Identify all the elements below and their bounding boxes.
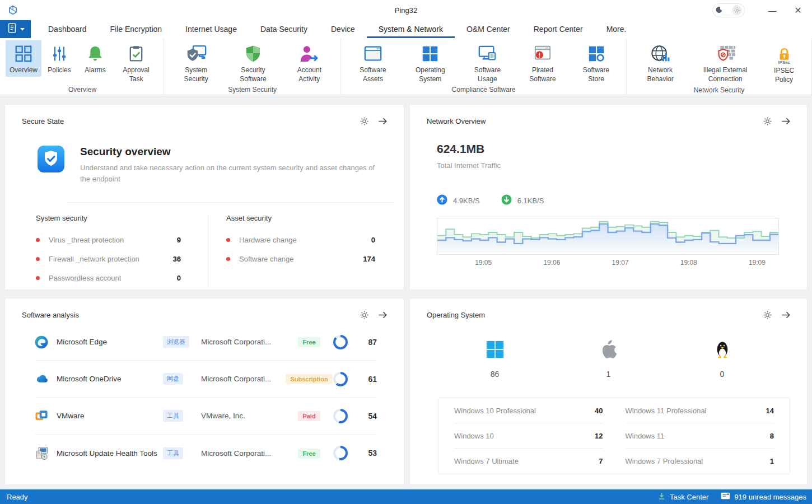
score-progress-ring: [333, 335, 348, 349]
tab-file-encryption[interactable]: File Encryption: [99, 20, 174, 38]
software-row-microsoft-edge[interactable]: Microsoft Edge浏览器Microsoft Corporati...F…: [34, 324, 377, 361]
ribbon-item-software-usage[interactable]: Software Usage: [460, 40, 515, 85]
os-table-cell-windows-10-professional: Windows 10 Professional40: [454, 398, 603, 423]
tab-system-network[interactable]: System & Network: [367, 20, 455, 38]
os-platform-apple: 1: [552, 338, 665, 379]
x-tick-label: 19:06: [543, 259, 560, 267]
ribbon-item-label: Network Behavior: [635, 66, 685, 83]
settings-gear-icon[interactable]: [360, 310, 369, 320]
software-row-microsoft-onedrive[interactable]: Microsoft OneDrive网盘Microsoft Corporati.…: [34, 361, 377, 398]
window-title: Ping32: [0, 6, 812, 15]
software-assets-window-icon: [363, 43, 382, 64]
software-name: Microsoft OneDrive: [57, 375, 163, 383]
main-menu-button[interactable]: [0, 20, 31, 38]
open-arrow-icon[interactable]: [377, 310, 388, 320]
task-center-button[interactable]: Task Center: [657, 492, 708, 502]
os-count: 40: [595, 407, 603, 415]
software-score: 54: [357, 412, 377, 421]
stat-value: 174: [363, 255, 375, 263]
ribbon-item-label: Software Store: [575, 66, 618, 83]
settings-gear-icon[interactable]: [763, 116, 772, 126]
total-traffic-label: Total Internet Traffic: [437, 161, 779, 170]
stat-row-firewall-network-protection: Firewall _network protection36: [36, 249, 181, 268]
ribbon-item-policies[interactable]: Policies: [41, 40, 77, 77]
ribbon-item-network-behavior[interactable]: Network Behavior: [631, 40, 689, 85]
software-vendor: Microsoft Corporati...: [197, 449, 285, 458]
settings-gear-icon[interactable]: [360, 116, 369, 126]
minimize-button[interactable]: —: [759, 0, 785, 20]
titlebar: Ping32 — ✕: [0, 0, 812, 20]
os-name: Windows 10: [454, 432, 595, 440]
close-button[interactable]: ✕: [785, 0, 811, 20]
tab-o-m-center[interactable]: O&M Center: [455, 20, 522, 38]
main-content: Secure State Security overview Understan…: [0, 95, 812, 489]
os-name: Windows 11: [626, 432, 770, 440]
ribbon-item-approval-task[interactable]: Approval Task: [113, 40, 159, 85]
tab-data-security[interactable]: Data Security: [249, 20, 319, 38]
red-bullet-icon: [36, 238, 40, 242]
open-arrow-icon[interactable]: [781, 310, 791, 320]
app-logo-icon: [8, 5, 18, 15]
software-name: VMware: [57, 412, 163, 420]
theme-toggle[interactable]: [712, 3, 745, 17]
ribbon-group-network-security: Network BehaviorIllegal External Connect…: [627, 38, 812, 95]
ribbon-item-overview[interactable]: Overview: [6, 40, 41, 77]
tab-device[interactable]: Device: [319, 20, 367, 38]
tab-more[interactable]: More.: [595, 20, 638, 38]
ribbon-item-label: Approval Task: [117, 66, 155, 83]
open-arrow-icon[interactable]: [781, 116, 791, 127]
software-usage-monitor-icon: [478, 43, 497, 64]
vmware-logo-icon: [34, 409, 49, 423]
ribbon-item-system-security[interactable]: System Security: [169, 40, 223, 85]
software-store-grid-icon: [587, 43, 606, 64]
score-progress-ring: [333, 446, 348, 460]
menubar: DashboardFile EncryptionInternet UsageDa…: [0, 20, 812, 38]
ribbon-item-pirated-software[interactable]: Pirated Software: [515, 40, 571, 85]
ribbon-item-illegal-external-connection[interactable]: Illegal External Connection: [689, 40, 761, 85]
open-arrow-icon[interactable]: [377, 116, 388, 127]
ribbon-group-system-security: System SecuritySecurity SoftwareAccount …: [164, 38, 341, 95]
apple-logo-icon: [600, 338, 618, 361]
ribbon-item-operating-system[interactable]: Operating System: [400, 40, 460, 85]
ribbon-item-alarms[interactable]: Alarms: [77, 40, 113, 77]
card-title: Software analysis: [22, 311, 79, 319]
software-row-microsoft-update-health-tools[interactable]: Microsoft Update Health Tools工具Microsoft…: [34, 435, 377, 472]
firewall-shield-icon: [715, 43, 736, 64]
ribbon-item-software-assets[interactable]: Software Assets: [346, 40, 400, 85]
hero-heading: Security overview: [80, 146, 381, 158]
task-center-label: Task Center: [670, 493, 708, 501]
ribbon-item-security-software[interactable]: Security Software: [223, 40, 282, 85]
ribbon-item-label: Pirated Software: [519, 66, 567, 83]
upload-rate-value: 4.9KB/S: [453, 197, 480, 205]
tab-dashboard[interactable]: Dashboard: [36, 20, 99, 38]
upload-arrow-icon: [437, 194, 447, 207]
os-platform-count: 1: [606, 370, 611, 379]
settings-gear-icon[interactable]: [763, 310, 772, 320]
security-shield-green-icon: [244, 43, 262, 64]
score-progress-ring: [333, 409, 348, 423]
unread-messages-button[interactable]: 919 unread messages: [721, 492, 806, 501]
software-vendor: Microsoft Corporati...: [197, 338, 285, 346]
x-tick-label: 19:08: [680, 259, 697, 267]
os-count: 1: [770, 457, 774, 465]
ribbon-item-ipsec-policy[interactable]: IPSecIPSEC Policy: [761, 40, 807, 86]
stat-value: 9: [177, 236, 181, 244]
alarm-bell-icon: [86, 43, 104, 64]
software-score: 87: [357, 338, 377, 347]
approval-clipboard-icon: [127, 43, 145, 64]
os-name: Windows 7 Professional: [626, 457, 770, 465]
ribbon-item-account-activity[interactable]: Account Activity: [283, 40, 337, 85]
ribbon-item-label: Account Activity: [287, 66, 333, 83]
software-row-vmware[interactable]: VMware工具VMware, Inc.Paid54: [34, 398, 377, 435]
stat-value: 0: [371, 236, 375, 244]
tab-internet-usage[interactable]: Internet Usage: [174, 20, 249, 38]
ribbon-item-software-store[interactable]: Software Store: [571, 40, 622, 85]
software-vendor: VMware, Inc.: [197, 412, 285, 420]
software-category-tag: 网盘: [163, 373, 183, 385]
tab-report-center[interactable]: Report Center: [522, 20, 595, 38]
total-traffic-value: 624.1MB: [437, 142, 779, 156]
os-platform-linux: 0: [665, 338, 779, 379]
score-progress-ring: [333, 372, 348, 386]
license-badge: Subscription: [286, 374, 332, 384]
software-name: Microsoft Update Health Tools: [57, 449, 163, 458]
